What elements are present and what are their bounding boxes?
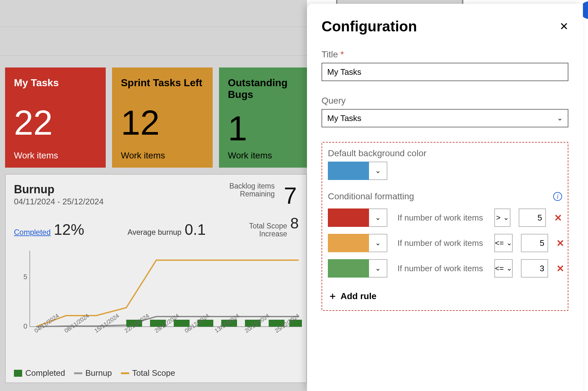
tile-value: 22: [14, 105, 97, 140]
default-bg-color-swatch: [328, 162, 369, 180]
rule-value-input[interactable]: [521, 259, 548, 278]
rule-row: ⌄ If number of work items <=⌄ ✕: [328, 234, 562, 252]
close-icon[interactable]: ✕: [560, 21, 568, 32]
title-field-group: Title *: [322, 49, 568, 81]
panel-title: Configuration: [322, 18, 417, 35]
legend-swatch-burnup: [74, 372, 82, 374]
tile-title: Outstanding Bugs: [228, 77, 311, 100]
tile-subtitle: Work items: [228, 151, 311, 161]
plus-icon: ＋: [328, 290, 337, 303]
legend-swatch-total-scope: [121, 372, 129, 374]
completed-value: 12%: [54, 221, 84, 238]
legend-label: Total Scope: [132, 368, 175, 378]
burnup-chart: 0 5 04/11/2024 08/11/2024 15/11/2024 22/…: [14, 244, 305, 365]
tile-subtitle: Work items: [121, 151, 204, 161]
remaining-label: Remaining: [229, 190, 275, 198]
delete-rule-icon[interactable]: ✕: [554, 212, 562, 223]
rule-value-input[interactable]: [519, 208, 546, 227]
query-label: Query: [322, 96, 568, 106]
configuration-panel: Configuration ✕ Title * Query My Tasks ⌄…: [307, 4, 583, 391]
chevron-down-icon: ⌄: [375, 239, 381, 247]
rule-condition-text: If number of work items: [397, 238, 486, 248]
rule-condition-text: If number of work items: [397, 264, 486, 273]
svg-text:5: 5: [23, 273, 27, 281]
conditional-formatting-label: Conditional formatting: [328, 191, 414, 202]
formatting-highlight-box: Default background color ⌄ Conditional f…: [322, 142, 568, 311]
rule-value-input[interactable]: [521, 234, 548, 252]
delete-rule-icon[interactable]: ✕: [556, 238, 564, 249]
rule-row: ⌄ If number of work items <=⌄ ✕: [328, 259, 562, 278]
tile-value: 12: [121, 105, 204, 140]
tile-sprint-tasks-left[interactable]: Sprint Tasks Left 12 Work items: [112, 67, 213, 168]
backlog-value: 7: [284, 182, 297, 209]
backlog-label: Backlog items: [229, 182, 275, 190]
default-bg-label: Default background color: [328, 148, 562, 158]
svg-rect-6: [174, 320, 190, 327]
rule-color-swatch: [328, 208, 369, 227]
burnup-widget: Burnup 04/11/2024 - 25/12/2024 7 Backlog…: [5, 174, 307, 383]
delete-rule-icon[interactable]: ✕: [556, 263, 564, 274]
chevron-down-icon: ⌄: [506, 264, 512, 272]
chevron-down-icon: ⌄: [506, 239, 512, 247]
legend-label: Completed: [25, 368, 65, 378]
default-bg-color-select[interactable]: ⌄: [369, 162, 387, 180]
chevron-down-icon: ⌄: [375, 264, 381, 272]
tile-outstanding-bugs[interactable]: Outstanding Bugs 1 Work items: [219, 67, 320, 168]
tile-title: My Tasks: [14, 77, 97, 89]
burnup-stats-row: Completed 12% Average burnup 0.1 Total S…: [14, 215, 299, 238]
chevron-down-icon: ⌄: [557, 114, 563, 122]
tile-title: Sprint Tasks Left: [121, 77, 204, 89]
legend-swatch-completed: [14, 370, 22, 377]
rule-color-select[interactable]: ⌄: [369, 234, 387, 252]
title-input[interactable]: [322, 63, 568, 81]
burnup-date-range: 04/11/2024 - 25/12/2024: [14, 197, 298, 207]
rule-color-select[interactable]: ⌄: [369, 208, 387, 227]
rule-color-swatch: [328, 234, 369, 252]
completed-link[interactable]: Completed: [14, 228, 51, 237]
query-field-group: Query My Tasks ⌄: [322, 96, 568, 127]
tile-my-tasks[interactable]: My Tasks 22 Work items: [5, 67, 106, 168]
info-icon[interactable]: i: [553, 192, 562, 201]
svg-text:0: 0: [23, 322, 27, 330]
x-tick: 04/11/2024: [33, 312, 60, 334]
rule-row: ⌄ If number of work items >⌄ ✕: [328, 208, 562, 227]
add-rule-button[interactable]: ＋ Add rule: [328, 290, 562, 303]
legend-label: Burnup: [85, 368, 112, 378]
rule-color-select[interactable]: ⌄: [369, 259, 387, 278]
tile-subtitle: Work items: [14, 151, 97, 161]
query-value: My Tasks: [327, 113, 361, 123]
chevron-down-icon: ⌄: [375, 167, 381, 175]
title-label: Title *: [322, 49, 568, 60]
tile-value: 1: [228, 111, 311, 146]
rule-condition-text: If number of work items: [397, 213, 486, 223]
chart-legend: Completed Burnup Total Scope: [14, 368, 175, 378]
query-select[interactable]: My Tasks ⌄: [322, 109, 568, 127]
tile-row: My Tasks 22 Work items Sprint Tasks Left…: [5, 67, 320, 168]
rule-operator-select[interactable]: <=⌄: [494, 234, 513, 252]
rule-operator-select[interactable]: >⌄: [494, 208, 510, 227]
chevron-down-icon: ⌄: [503, 214, 509, 222]
rule-color-swatch: [328, 259, 369, 278]
chevron-down-icon: ⌄: [375, 214, 381, 222]
scope-label-2: Increase: [259, 230, 287, 238]
avg-burnup-value: 0.1: [185, 221, 206, 238]
avg-burnup-label: Average burnup: [128, 228, 181, 237]
add-rule-label: Add rule: [341, 291, 377, 301]
scope-label-1: Total Scope: [249, 222, 287, 230]
scope-value: 8: [290, 215, 299, 232]
rule-operator-select[interactable]: <=⌄: [494, 259, 513, 278]
